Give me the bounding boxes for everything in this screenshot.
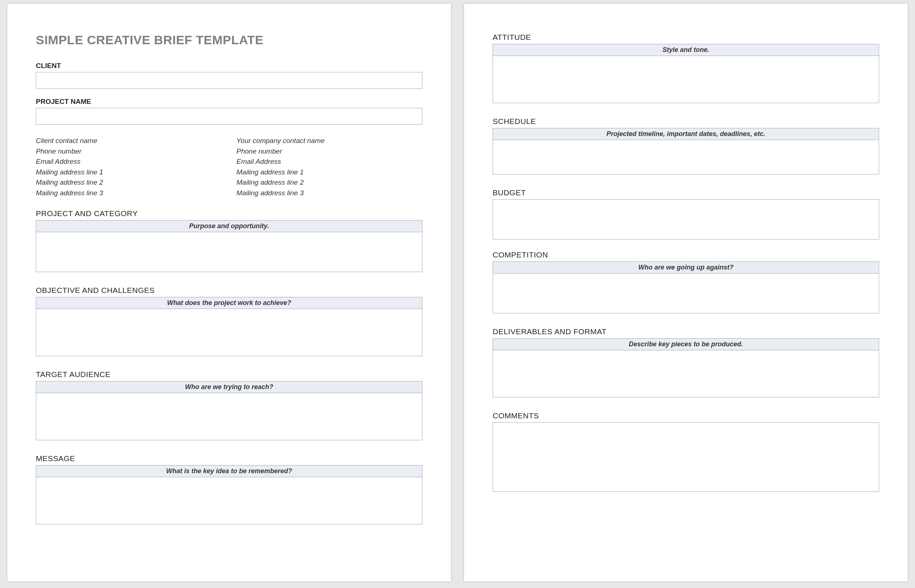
competition-heading: COMPETITION	[492, 250, 879, 259]
client-input[interactable]	[36, 72, 423, 89]
page-1: SIMPLE CREATIVE BRIEF TEMPLATE CLIENT PR…	[7, 4, 451, 582]
budget-textarea[interactable]	[492, 199, 879, 239]
budget-heading: BUDGET	[492, 188, 879, 197]
company-contact-line: Mailing address line 2	[236, 177, 423, 188]
company-contact-line: Email Address	[236, 157, 423, 167]
deliverables-textarea[interactable]	[492, 350, 879, 397]
company-contact-col: Your company contact name Phone number E…	[236, 136, 423, 198]
project-category-textarea[interactable]	[36, 232, 423, 272]
company-contact-line: Your company contact name	[236, 136, 423, 146]
comments-heading: COMMENTS	[492, 411, 879, 420]
page-2: ATTITUDE Style and tone. SCHEDULE Projec…	[464, 4, 908, 582]
client-contact-col: Client contact name Phone number Email A…	[36, 136, 222, 198]
project-name-input[interactable]	[36, 108, 423, 125]
attitude-textarea[interactable]	[492, 56, 879, 103]
objective-desc: What does the project work to achieve?	[36, 297, 423, 309]
contact-columns: Client contact name Phone number Email A…	[36, 136, 423, 198]
target-heading: TARGET AUDIENCE	[36, 370, 423, 379]
client-contact-line: Client contact name	[36, 136, 222, 146]
project-category-heading: PROJECT AND CATEGORY	[36, 209, 423, 218]
deliverables-desc: Describe key pieces to be produced.	[492, 338, 879, 350]
company-contact-line: Mailing address line 3	[236, 188, 423, 199]
client-contact-line: Phone number	[36, 146, 222, 157]
project-category-desc: Purpose and opportunity.	[36, 220, 423, 232]
attitude-desc: Style and tone.	[492, 44, 879, 56]
objective-heading: OBJECTIVE AND CHALLENGES	[36, 286, 423, 295]
message-heading: MESSAGE	[36, 454, 423, 463]
schedule-heading: SCHEDULE	[492, 117, 879, 126]
project-name-label: PROJECT NAME	[36, 98, 423, 106]
schedule-desc: Projected timeline, important dates, dea…	[492, 128, 879, 140]
message-textarea[interactable]	[36, 477, 423, 524]
client-contact-line: Mailing address line 3	[36, 188, 222, 199]
comments-textarea[interactable]	[492, 422, 879, 492]
document-title: SIMPLE CREATIVE BRIEF TEMPLATE	[36, 33, 423, 47]
schedule-textarea[interactable]	[492, 140, 879, 174]
objective-textarea[interactable]	[36, 309, 423, 356]
client-contact-line: Email Address	[36, 157, 222, 167]
message-desc: What is the key idea to be remembered?	[36, 465, 423, 477]
client-label: CLIENT	[36, 62, 423, 70]
competition-textarea[interactable]	[492, 273, 879, 313]
target-textarea[interactable]	[36, 393, 423, 440]
competition-desc: Who are we going up against?	[492, 262, 879, 273]
target-desc: Who are we trying to reach?	[36, 381, 423, 393]
deliverables-heading: DELIVERABLES AND FORMAT	[492, 327, 879, 336]
client-contact-line: Mailing address line 1	[36, 167, 222, 178]
company-contact-line: Phone number	[236, 146, 423, 157]
attitude-heading: ATTITUDE	[492, 33, 879, 42]
company-contact-line: Mailing address line 1	[236, 167, 423, 178]
client-contact-line: Mailing address line 2	[36, 177, 222, 188]
